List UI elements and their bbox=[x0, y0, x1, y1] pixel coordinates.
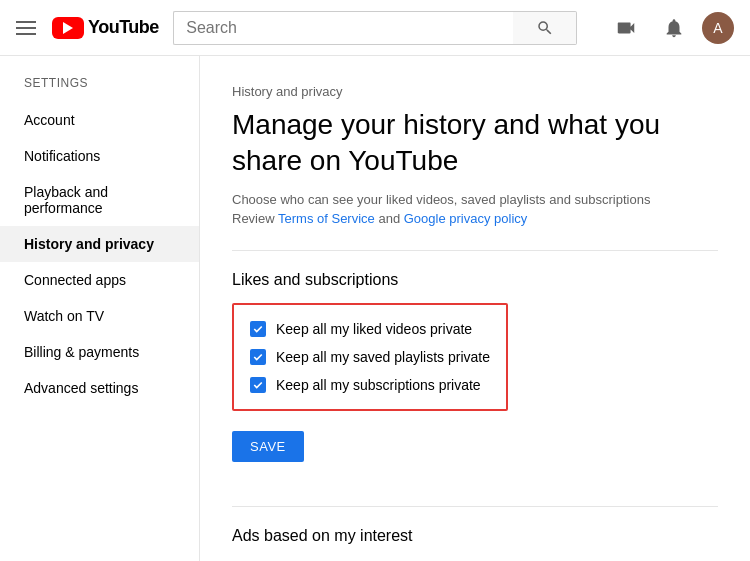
avatar[interactable]: A bbox=[702, 12, 734, 44]
youtube-logo[interactable]: YouTube bbox=[52, 17, 159, 39]
ads-text: We try to serve you relevant ads based o… bbox=[232, 557, 718, 561]
save-button[interactable]: SAVE bbox=[232, 431, 304, 462]
checkbox-playlists-label: Keep all my saved playlists private bbox=[276, 349, 490, 365]
video-camera-icon bbox=[615, 17, 637, 39]
checkbox-liked-label: Keep all my liked videos private bbox=[276, 321, 472, 337]
search-form bbox=[173, 11, 577, 45]
page-title: Manage your history and what you share o… bbox=[232, 107, 718, 180]
checkmark-icon bbox=[253, 380, 263, 390]
checkboxes-container: Keep all my liked videos private Keep al… bbox=[232, 303, 508, 411]
logo-text: YouTube bbox=[88, 17, 159, 38]
sidebar-item-history[interactable]: History and privacy bbox=[0, 226, 199, 262]
likes-section-title: Likes and subscriptions bbox=[232, 271, 718, 289]
checkbox-row-liked[interactable]: Keep all my liked videos private bbox=[250, 315, 490, 343]
sidebar-item-notifications[interactable]: Notifications bbox=[0, 138, 199, 174]
header-right: A bbox=[606, 8, 734, 48]
checkbox-liked[interactable] bbox=[250, 321, 266, 337]
main-content: History and privacy Manage your history … bbox=[200, 56, 750, 561]
upload-button[interactable] bbox=[606, 8, 646, 48]
search-button[interactable] bbox=[513, 11, 577, 45]
search-icon bbox=[536, 19, 554, 37]
sidebar-item-advanced[interactable]: Advanced settings bbox=[0, 370, 199, 406]
sidebar-item-playback[interactable]: Playback and performance bbox=[0, 174, 199, 226]
checkmark-icon bbox=[253, 324, 263, 334]
header: YouTube A bbox=[0, 0, 750, 56]
youtube-logo-icon bbox=[52, 17, 84, 39]
checkbox-subscriptions-label: Keep all my subscriptions private bbox=[276, 377, 481, 393]
section-label: History and privacy bbox=[232, 84, 718, 99]
sidebar-item-watch[interactable]: Watch on TV bbox=[0, 298, 199, 334]
privacy-link[interactable]: Google privacy policy bbox=[404, 211, 528, 226]
sidebar-item-account[interactable]: Account bbox=[0, 102, 199, 138]
search-input[interactable] bbox=[173, 11, 513, 45]
ads-section: Ads based on my interest We try to serve… bbox=[232, 527, 718, 561]
links-and: and bbox=[375, 211, 404, 226]
checkbox-row-subscriptions[interactable]: Keep all my subscriptions private bbox=[250, 371, 490, 399]
header-left: YouTube bbox=[16, 17, 159, 39]
links-line: Review Terms of Service and Google priva… bbox=[232, 211, 718, 226]
notifications-button[interactable] bbox=[654, 8, 694, 48]
checkbox-subscriptions[interactable] bbox=[250, 377, 266, 393]
checkbox-playlists[interactable] bbox=[250, 349, 266, 365]
links-prefix: Review bbox=[232, 211, 278, 226]
page-subtitle: Choose who can see your liked videos, sa… bbox=[232, 192, 718, 207]
checkmark-icon bbox=[253, 352, 263, 362]
checkbox-row-playlists[interactable]: Keep all my saved playlists private bbox=[250, 343, 490, 371]
ads-title: Ads based on my interest bbox=[232, 527, 718, 545]
menu-icon[interactable] bbox=[16, 21, 36, 35]
sidebar-title: SETTINGS bbox=[0, 68, 199, 102]
page-layout: SETTINGS Account Notifications Playback … bbox=[0, 56, 750, 561]
sidebar: SETTINGS Account Notifications Playback … bbox=[0, 56, 200, 561]
bell-icon bbox=[663, 17, 685, 39]
sidebar-item-billing[interactable]: Billing & payments bbox=[0, 334, 199, 370]
divider-1 bbox=[232, 250, 718, 251]
sidebar-item-connected[interactable]: Connected apps bbox=[0, 262, 199, 298]
divider-2 bbox=[232, 506, 718, 507]
tos-link[interactable]: Terms of Service bbox=[278, 211, 375, 226]
